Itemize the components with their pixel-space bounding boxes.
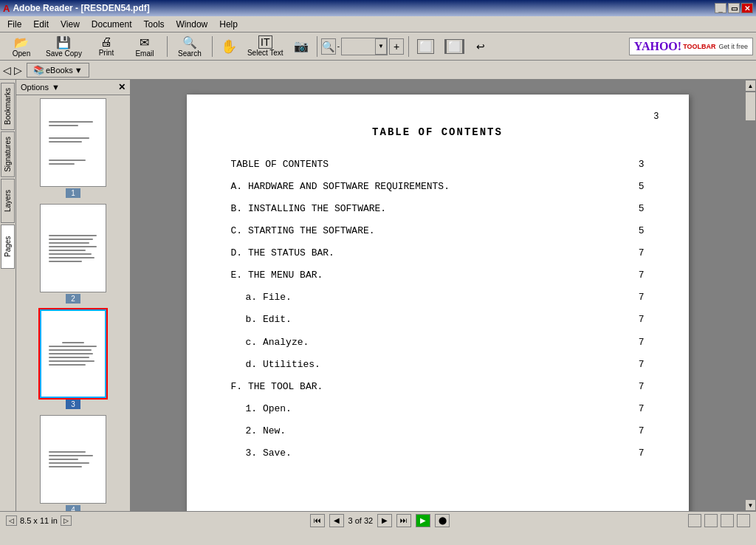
toolbar-separator-4	[408, 36, 409, 57]
scroll-thumb[interactable]	[745, 92, 756, 121]
select-text-label: Select Text	[247, 49, 284, 57]
page-number-4: 4	[66, 505, 80, 511]
sidebar-tab-bookmarks[interactable]: Bookmarks	[1, 83, 15, 130]
next-page-button[interactable]: ▶	[377, 514, 392, 527]
vertical-scrollbar[interactable]: ▲ ▼	[744, 80, 756, 511]
scroll-right-btn[interactable]: ▷	[61, 515, 72, 526]
toc-entry-6: a. File. 7	[231, 289, 645, 306]
menu-window[interactable]: Window	[171, 18, 214, 31]
status-icon-4[interactable]	[737, 514, 750, 527]
fit-page-button[interactable]: ⬜	[413, 35, 439, 58]
toc-entry-12: 2. New. 7	[231, 423, 645, 439]
zoom-dropdown-button[interactable]: ▼	[375, 38, 387, 55]
email-button[interactable]: ✉ Email	[126, 35, 163, 58]
zoom-in-button[interactable]: +	[389, 38, 404, 55]
toc-page-13: 7	[622, 445, 645, 462]
menu-view[interactable]: View	[55, 18, 86, 31]
status-icon-2[interactable]	[704, 514, 718, 527]
fit-width-icon: ⬜	[444, 39, 464, 54]
toc-entry-7: b. Edit. 7	[231, 312, 645, 328]
toc-page-10: 7	[622, 379, 645, 395]
scroll-down-button[interactable]: ▼	[745, 499, 756, 511]
zoom-minus-icon: 🔍	[322, 41, 334, 52]
page-number-1: 1	[66, 188, 80, 198]
window-title: Adobe Reader - [RESDEN54.pdf]	[13, 3, 149, 13]
toc-text-9: d. Utilities.	[231, 357, 622, 373]
save-copy-button[interactable]: 💾 Save Copy	[41, 35, 86, 58]
zoom-out-button[interactable]: 🔍	[321, 38, 336, 55]
page-thumbnail-3[interactable]: 3	[40, 309, 106, 409]
toc-page-5: 7	[622, 267, 645, 284]
play-button[interactable]: ▶	[416, 514, 430, 527]
restore-button[interactable]: ▭	[728, 3, 740, 13]
thumb-image-3	[40, 309, 106, 398]
search-button[interactable]: 🔍 Search	[171, 35, 208, 58]
toc-page-1: 5	[622, 179, 645, 195]
sidebar-tab-pages[interactable]: Pages	[1, 224, 15, 269]
yahoo-getit-text: Get it free	[718, 43, 748, 50]
scroll-up-button[interactable]: ▲	[745, 80, 756, 92]
toc-text-2: B. INSTALLING THE SOFTWARE.	[231, 201, 622, 217]
toc-entry-4: D. THE STATUS BAR. 7	[231, 245, 645, 261]
print-label: Print	[99, 49, 114, 57]
close-button[interactable]: ✕	[741, 3, 753, 13]
fit-width-button[interactable]: ⬜	[440, 35, 469, 58]
menu-tools[interactable]: Tools	[138, 18, 171, 31]
nav-forward-icon[interactable]: ▷	[14, 64, 22, 76]
main-layout: Bookmarks Signatures Layers Pages Option…	[0, 80, 756, 511]
toc-text-6: a. File.	[231, 289, 622, 306]
scroll-left-btn[interactable]: ◁	[6, 515, 17, 526]
open-button[interactable]: 📂 Open	[3, 35, 40, 58]
rotate-button[interactable]: ↩	[470, 35, 491, 58]
menu-file[interactable]: File	[1, 18, 27, 31]
toc-title: TABLE OF CONTENTS	[231, 124, 645, 142]
first-page-button[interactable]: ⏮	[310, 514, 325, 527]
toc-page-9: 7	[622, 357, 645, 373]
toc-entry-13: 3. Save. 7	[231, 445, 645, 462]
pdf-page: 3 TABLE OF CONTENTS TABLE OF CONTENTS 3 …	[187, 95, 689, 511]
sidebar-tab-signatures[interactable]: Signatures	[1, 131, 15, 177]
toolbar-separator-3	[317, 36, 317, 57]
main-toolbar: 📂 Open 💾 Save Copy 🖨 Print ✉ Email 🔍 Sea…	[0, 32, 756, 61]
toc-text-7: b. Edit.	[231, 312, 622, 328]
yahoo-toolbar-label: TOOLBAR	[683, 43, 715, 50]
menu-help[interactable]: Help	[213, 18, 244, 31]
pdf-content-area[interactable]: 3 TABLE OF CONTENTS TABLE OF CONTENTS 3 …	[131, 80, 744, 511]
select-text-button[interactable]: IT Select Text	[243, 35, 288, 58]
save-label: Save Copy	[46, 49, 82, 58]
nav-back-icon[interactable]: ◁	[3, 64, 11, 76]
page-thumbnail-4[interactable]: 4	[40, 415, 106, 511]
panel-close-button[interactable]: ✕	[118, 82, 126, 92]
status-icon-3[interactable]	[721, 514, 734, 527]
prev-page-button[interactable]: ◀	[329, 514, 344, 527]
menu-document[interactable]: Document	[86, 18, 138, 31]
yahoo-toolbar-banner[interactable]: YAHOO! TOOLBAR Get it free	[629, 38, 753, 55]
toc-text-13: 3. Save.	[231, 445, 622, 462]
toc-entry-3: C. STARTING THE SOFTWARE. 5	[231, 223, 645, 239]
print-button[interactable]: 🖨 Print	[88, 35, 125, 58]
menu-edit[interactable]: Edit	[27, 18, 55, 31]
toc-entry-1: A. HARDWARE AND SOFTWARE REQUIREMENTS. 5	[231, 179, 645, 195]
open-icon: 📂	[14, 35, 29, 49]
stop-button[interactable]: ⬤	[435, 514, 450, 527]
search-icon: 🔍	[182, 35, 197, 49]
toc-page-4: 7	[622, 245, 645, 261]
title-bar: A Adobe Reader - [RESDEN54.pdf] _ ▭ ✕	[0, 0, 756, 16]
hand-tool-button[interactable]: ✋	[216, 35, 241, 58]
snapshot-button[interactable]: 📷	[289, 35, 313, 58]
email-icon: ✉	[140, 35, 149, 49]
page-thumbnail-2[interactable]: 2	[40, 204, 106, 304]
last-page-button[interactable]: ⏭	[396, 514, 411, 527]
panel-options-button[interactable]: Options ▼	[21, 83, 60, 92]
sidebar-tab-layers[interactable]: Layers	[1, 179, 15, 223]
minimize-button[interactable]: _	[715, 3, 726, 13]
page-thumbnail-1[interactable]: 1	[40, 98, 106, 198]
ebooks-button[interactable]: 📚 eBooks ▼	[27, 63, 89, 78]
ebooks-bar: ◁ ▷ 📚 eBooks ▼	[0, 61, 756, 80]
status-icon-1[interactable]	[688, 514, 701, 527]
thumb-image-4	[40, 415, 106, 504]
zoom-area: 🔍 - 102% ▼ +	[321, 38, 404, 55]
zoom-input[interactable]: 102%	[342, 39, 375, 54]
thumb-image-1	[40, 98, 106, 187]
toolbar-separator-1	[167, 36, 168, 57]
